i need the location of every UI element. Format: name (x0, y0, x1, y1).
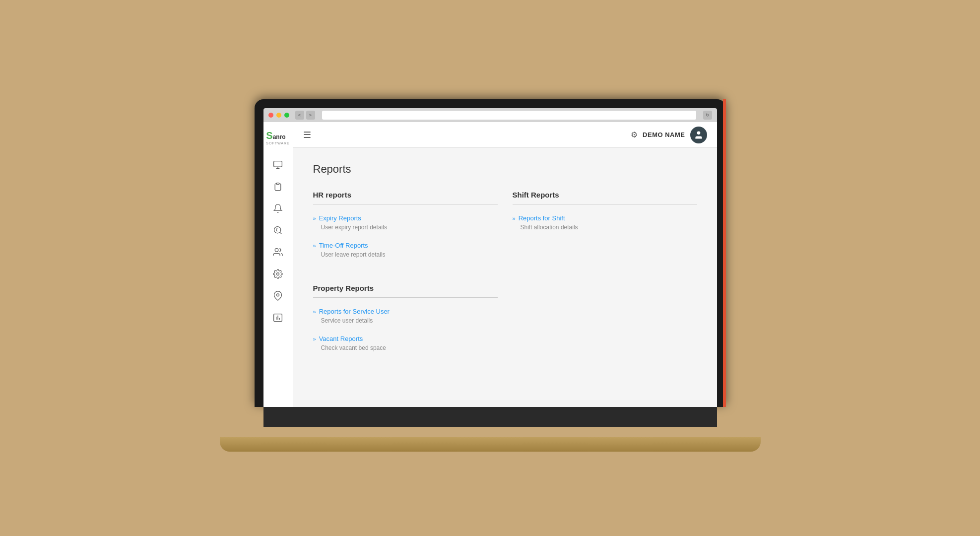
timeoff-reports-label: Time-Off Reports (319, 242, 368, 249)
laptop-wrapper: < > ↻ Sanro SOFTWARE (230, 99, 751, 437)
logo-s: S (266, 130, 272, 141)
property-reports-section: Property Reports » Reports for Service U… (313, 284, 498, 362)
shift-reports-item: » Reports for Shift Shift allocation det… (513, 214, 697, 231)
browser-chrome: < > ↻ (263, 108, 717, 122)
svg-rect-0 (274, 161, 282, 167)
expiry-reports-label: Expiry Reports (319, 214, 361, 222)
svg-point-6 (275, 249, 278, 252)
arrow-icon-2: » (313, 243, 316, 249)
vacant-reports-item: » Vacant Reports Check vacant bed space (313, 335, 498, 351)
reports-grid: HR reports » Expiry Reports User expiry … (313, 191, 697, 362)
top-bar: ☰ ⚙ DEMO NAME (293, 122, 717, 148)
main-area: ☰ ⚙ DEMO NAME Reports (293, 122, 717, 407)
service-user-reports-label: Reports for Service User (319, 308, 390, 315)
arrow-icon-5: » (313, 336, 316, 342)
gear-icon[interactable] (268, 264, 288, 284)
arrow-icon-3: » (513, 215, 516, 221)
back-button[interactable]: < (295, 111, 304, 120)
service-user-reports-desc: Service user details (321, 317, 498, 324)
arrow-icon-4: » (313, 309, 316, 315)
shift-divider (513, 204, 697, 204)
content-area: Reports HR reports » Expiry Reports (293, 148, 717, 407)
close-button[interactable] (268, 113, 273, 118)
hr-reports-section: HR reports » Expiry Reports User expiry … (313, 191, 498, 269)
page-title: Reports (313, 163, 697, 176)
svg-point-13 (697, 131, 700, 134)
timeoff-reports-desc: User leave report details (321, 251, 498, 258)
expiry-reports-desc: User expiry report details (321, 224, 498, 231)
vacant-reports-label: Vacant Reports (319, 335, 363, 342)
monitor-icon[interactable] (268, 155, 288, 175)
timeoff-reports-link[interactable]: » Time-Off Reports (313, 242, 498, 249)
bottom-bar (263, 407, 717, 427)
vacant-reports-link[interactable]: » Vacant Reports (313, 335, 498, 342)
sidebar: Sanro SOFTWARE (263, 122, 293, 407)
expiry-reports-item: » Expiry Reports User expiry report deta… (313, 214, 498, 231)
property-section-title: Property Reports (313, 284, 498, 292)
laptop-base (220, 437, 761, 452)
bell-icon[interactable] (268, 199, 288, 218)
hr-divider (313, 204, 498, 204)
hr-section-title: HR reports (313, 191, 498, 199)
screen-bezel: < > ↻ Sanro SOFTWARE (255, 99, 726, 407)
reports-icon[interactable] (268, 308, 288, 328)
vacant-reports-desc: Check vacant bed space (321, 344, 498, 351)
app-window: Sanro SOFTWARE (263, 122, 717, 407)
minimize-button[interactable] (276, 113, 281, 118)
clipboard-icon[interactable] (268, 177, 288, 197)
logo-anro: anro (273, 134, 286, 140)
user-name-label: DEMO NAME (643, 131, 685, 138)
shift-reports-label: Reports for Shift (519, 214, 565, 222)
arrow-icon: » (313, 215, 316, 221)
user-area: ⚙ DEMO NAME (631, 127, 707, 143)
maximize-button[interactable] (284, 113, 289, 118)
property-divider (313, 297, 498, 298)
nav-buttons: < > (295, 111, 315, 120)
svg-point-7 (277, 273, 279, 275)
shift-section-title: Shift Reports (513, 191, 697, 199)
refresh-button[interactable]: ↻ (703, 111, 712, 120)
group-icon[interactable] (268, 242, 288, 262)
svg-line-5 (280, 232, 282, 234)
logo: Sanro SOFTWARE (263, 126, 293, 149)
settings-icon[interactable]: ⚙ (631, 130, 638, 139)
svg-point-8 (277, 294, 279, 296)
logo-sub: SOFTWARE (266, 141, 289, 145)
avatar (690, 127, 707, 143)
shift-reports-desc: Shift allocation details (521, 224, 697, 231)
svg-rect-3 (277, 183, 279, 185)
timeoff-reports-item: » Time-Off Reports User leave report det… (313, 242, 498, 258)
user-search-icon[interactable] (268, 220, 288, 240)
hamburger-button[interactable]: ☰ (303, 130, 311, 140)
expiry-reports-link[interactable]: » Expiry Reports (313, 214, 498, 222)
shift-reports-section: Shift Reports » Reports for Shift Shift … (513, 191, 697, 269)
shift-reports-link[interactable]: » Reports for Shift (513, 214, 697, 222)
forward-button[interactable]: > (306, 111, 315, 120)
service-user-reports-item: » Reports for Service User Service user … (313, 308, 498, 324)
service-user-reports-link[interactable]: » Reports for Service User (313, 308, 498, 315)
address-bar[interactable] (322, 111, 696, 120)
pin-icon[interactable] (268, 286, 288, 306)
svg-point-4 (274, 227, 281, 233)
